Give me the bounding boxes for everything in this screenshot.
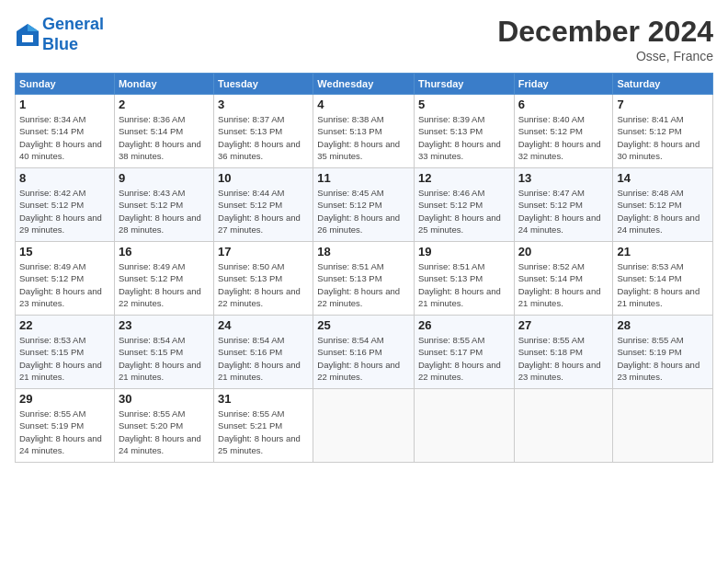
col-monday: Monday [114, 74, 213, 95]
svg-marker-1 [28, 24, 39, 31]
table-row: 13 Sunrise: 8:47 AMSunset: 5:12 PMDaylig… [514, 168, 613, 242]
col-tuesday: Tuesday [214, 74, 313, 95]
logo-line2: Blue [42, 35, 78, 53]
table-row: 7 Sunrise: 8:41 AMSunset: 5:12 PMDayligh… [613, 95, 713, 168]
col-sunday: Sunday [16, 74, 115, 95]
table-row [514, 389, 613, 463]
logo-icon [15, 22, 40, 48]
month-title: December 2024 [497, 15, 713, 49]
table-row [414, 389, 514, 463]
table-row: 15 Sunrise: 8:49 AMSunset: 5:12 PMDaylig… [16, 242, 115, 316]
logo-text: General Blue [42, 15, 104, 54]
table-row: 12 Sunrise: 8:46 AMSunset: 5:12 PMDaylig… [414, 168, 514, 242]
table-row: 30 Sunrise: 8:55 AMSunset: 5:20 PMDaylig… [114, 389, 213, 463]
table-row: 17 Sunrise: 8:50 AMSunset: 5:13 PMDaylig… [214, 242, 313, 316]
table-row: 6 Sunrise: 8:40 AMSunset: 5:12 PMDayligh… [514, 95, 613, 168]
table-row: 23 Sunrise: 8:54 AMSunset: 5:15 PMDaylig… [114, 316, 213, 389]
col-saturday: Saturday [613, 74, 713, 95]
col-friday: Friday [514, 74, 613, 95]
logo: General Blue [15, 15, 104, 54]
table-row: 21 Sunrise: 8:53 AMSunset: 5:14 PMDaylig… [613, 242, 713, 316]
table-row: 16 Sunrise: 8:49 AMSunset: 5:12 PMDaylig… [114, 242, 213, 316]
table-row: 26 Sunrise: 8:55 AMSunset: 5:17 PMDaylig… [414, 316, 514, 389]
table-row: 22 Sunrise: 8:53 AMSunset: 5:15 PMDaylig… [16, 316, 115, 389]
page: General Blue December 2024 Osse, France … [0, 0, 728, 563]
table-row: 8 Sunrise: 8:42 AMSunset: 5:12 PMDayligh… [16, 168, 115, 242]
table-row: 19 Sunrise: 8:51 AMSunset: 5:13 PMDaylig… [414, 242, 514, 316]
table-row: 11 Sunrise: 8:45 AMSunset: 5:12 PMDaylig… [313, 168, 415, 242]
table-row: 5 Sunrise: 8:39 AMSunset: 5:13 PMDayligh… [414, 95, 514, 168]
logo-line1: General [42, 15, 104, 33]
table-row: 27 Sunrise: 8:55 AMSunset: 5:18 PMDaylig… [514, 316, 613, 389]
table-row: 10 Sunrise: 8:44 AMSunset: 5:12 PMDaylig… [214, 168, 313, 242]
table-row: 14 Sunrise: 8:48 AMSunset: 5:12 PMDaylig… [613, 168, 713, 242]
table-row: 1 Sunrise: 8:34 AMSunset: 5:14 PMDayligh… [16, 95, 115, 168]
title-block: December 2024 Osse, France [497, 15, 713, 63]
table-row: 24 Sunrise: 8:54 AMSunset: 5:16 PMDaylig… [214, 316, 313, 389]
table-row: 9 Sunrise: 8:43 AMSunset: 5:12 PMDayligh… [114, 168, 213, 242]
table-row: 18 Sunrise: 8:51 AMSunset: 5:13 PMDaylig… [313, 242, 415, 316]
location: Osse, France [497, 49, 713, 63]
table-row: 20 Sunrise: 8:52 AMSunset: 5:14 PMDaylig… [514, 242, 613, 316]
table-row [313, 389, 415, 463]
table-row [613, 389, 713, 463]
col-thursday: Thursday [414, 74, 514, 95]
table-row: 31 Sunrise: 8:55 AMSunset: 5:21 PMDaylig… [214, 389, 313, 463]
table-row: 3 Sunrise: 8:37 AMSunset: 5:13 PMDayligh… [214, 95, 313, 168]
header-row: Sunday Monday Tuesday Wednesday Thursday… [16, 74, 713, 95]
col-wednesday: Wednesday [313, 74, 415, 95]
table-row: 28 Sunrise: 8:55 AMSunset: 5:19 PMDaylig… [613, 316, 713, 389]
table-row: 25 Sunrise: 8:54 AMSunset: 5:16 PMDaylig… [313, 316, 415, 389]
header: General Blue December 2024 Osse, France [15, 15, 713, 63]
table-row: 4 Sunrise: 8:38 AMSunset: 5:13 PMDayligh… [313, 95, 415, 168]
table-row: 29 Sunrise: 8:55 AMSunset: 5:19 PMDaylig… [16, 389, 115, 463]
svg-rect-2 [22, 35, 33, 42]
table-row: 2 Sunrise: 8:36 AMSunset: 5:14 PMDayligh… [114, 95, 213, 168]
calendar-table: Sunday Monday Tuesday Wednesday Thursday… [15, 73, 713, 463]
